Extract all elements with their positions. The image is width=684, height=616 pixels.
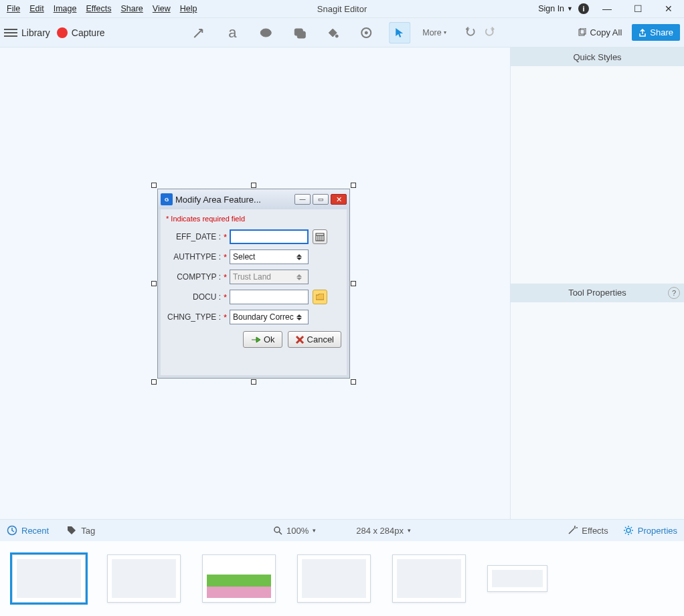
svg-point-16	[626, 528, 630, 532]
text-tool-icon[interactable]: a	[222, 22, 243, 43]
magnifier-icon	[273, 526, 282, 535]
tag-icon	[66, 525, 77, 536]
more-tools-button[interactable]: More▾	[422, 28, 446, 37]
tool-group: a More▾	[188, 22, 495, 43]
recent-button[interactable]: Recent	[7, 525, 49, 536]
captured-dialog-titlebar: G Modify Area Feature... — ▭ ✕	[158, 189, 349, 209]
maximize-button[interactable]: ☐	[625, 1, 651, 17]
menu-help[interactable]: Help	[180, 4, 197, 13]
dialog-maximize-icon: ▭	[313, 194, 329, 205]
svg-point-14	[274, 527, 280, 532]
copy-icon	[578, 28, 587, 37]
thumbnail-1[interactable]	[12, 554, 86, 603]
filmstrip[interactable]	[0, 541, 684, 616]
quick-styles-header[interactable]: Quick Styles	[511, 47, 684, 66]
tool-properties-header[interactable]: Tool Properties ?	[511, 284, 684, 302]
calendar-icon	[313, 229, 327, 244]
thumbnail-6[interactable]	[487, 565, 547, 592]
share-button[interactable]: Share	[632, 24, 680, 41]
captured-dialog: G Modify Area Feature... — ▭ ✕ * Indicat…	[157, 189, 350, 379]
dialog-close-icon: ✕	[331, 194, 347, 205]
undo-icon[interactable]	[465, 25, 477, 40]
tag-button[interactable]: Tag	[66, 525, 95, 536]
hamburger-icon[interactable]	[4, 29, 17, 37]
dropdown-icon	[293, 249, 305, 264]
chng-type-select: Boundary Correct	[230, 310, 309, 324]
help-icon[interactable]: ?	[668, 287, 680, 299]
comptyp-label: COMPTYP :	[166, 272, 221, 282]
svg-rect-2	[297, 31, 305, 38]
shape-tool-icon[interactable]	[288, 22, 310, 43]
menu-view[interactable]: View	[153, 4, 171, 13]
arrow-tool-icon[interactable]	[188, 22, 209, 43]
menu-edit[interactable]: Edit	[29, 4, 44, 13]
library-button[interactable]: Library	[21, 27, 50, 38]
menu-bar: File Edit Image Effects Share View Help	[0, 4, 197, 13]
dialog-title: Modify Area Feature...	[175, 195, 292, 205]
eff-date-input	[230, 229, 309, 244]
wand-icon	[567, 525, 578, 536]
close-window-button[interactable]: ✕	[656, 1, 681, 17]
capture-button[interactable]: Capture	[72, 27, 105, 38]
docu-input	[230, 290, 309, 304]
dialog-minimize-icon: —	[294, 194, 311, 205]
cancel-button: Cancel	[288, 331, 341, 348]
callout-tool-icon[interactable]	[255, 22, 276, 43]
main-area: G Modify Area Feature... — ▭ ✕ * Indicat…	[0, 47, 684, 519]
signin-dropdown[interactable]: Sign In▼	[538, 4, 573, 13]
docu-label: DOCU :	[166, 292, 221, 302]
thumbnail-5[interactable]	[392, 554, 466, 603]
gear-icon	[623, 525, 634, 536]
svg-point-5	[365, 31, 367, 34]
share-icon	[638, 29, 647, 37]
properties-button[interactable]: Properties	[623, 525, 677, 536]
bottom-bar: Recent Tag 100%▾ 284 x 284px▾ Effects Pr…	[0, 519, 684, 541]
folder-icon	[313, 290, 327, 304]
clock-icon	[7, 525, 17, 536]
zoom-control[interactable]: 100%▾	[273, 526, 316, 536]
ok-arrow-icon	[250, 335, 261, 344]
record-icon	[57, 27, 68, 38]
eff-date-label: EFF_DATE :	[166, 232, 221, 241]
side-panel: Quick Styles Tool Properties ?	[510, 47, 684, 519]
dimensions-control[interactable]: 284 x 284px▾	[356, 526, 411, 536]
svg-rect-7	[580, 28, 586, 34]
authtype-select: Select	[230, 249, 309, 264]
svg-point-0	[260, 29, 271, 37]
redo-icon[interactable]	[484, 25, 496, 40]
menu-effects[interactable]: Effects	[86, 4, 111, 13]
cancel-x-icon	[295, 335, 305, 344]
canvas[interactable]: G Modify Area Feature... — ▭ ✕ * Indicat…	[0, 47, 510, 519]
stamp-tool-icon[interactable]	[355, 22, 377, 43]
effects-button[interactable]: Effects	[567, 525, 608, 536]
menu-image[interactable]: Image	[54, 4, 77, 13]
copy-all-button[interactable]: Copy All	[573, 24, 627, 41]
title-bar: File Edit Image Effects Share View Help …	[0, 0, 684, 18]
minimize-button[interactable]: —	[594, 1, 620, 17]
dropdown-icon	[294, 310, 305, 324]
dialog-app-icon: G	[161, 193, 173, 205]
thumbnail-4[interactable]	[297, 554, 371, 603]
fill-tool-icon[interactable]	[322, 22, 343, 43]
ok-button: Ok	[243, 331, 282, 348]
dropdown-icon	[293, 270, 305, 284]
move-tool-icon[interactable]	[389, 22, 410, 43]
required-note: * Indicates required field	[166, 215, 341, 223]
menu-file[interactable]: File	[7, 4, 20, 13]
svg-point-3	[335, 35, 338, 37]
authtype-label: AUTHTYPE :	[166, 252, 221, 262]
toolbar: Library Capture a More▾ Copy All Share	[0, 18, 684, 47]
menu-share[interactable]: Share	[120, 4, 143, 13]
comptyp-select: Trust Land	[230, 270, 309, 284]
svg-line-15	[279, 532, 282, 534]
info-icon[interactable]: i	[578, 3, 589, 14]
app-title: Snagit Editor	[317, 4, 367, 14]
svg-rect-6	[579, 29, 584, 35]
thumbnail-3[interactable]	[202, 554, 276, 603]
thumbnail-2[interactable]	[107, 554, 181, 603]
chng-type-label: CHNG_TYPE :	[166, 312, 221, 322]
selected-capture[interactable]: G Modify Area Feature... — ▭ ✕ * Indicat…	[154, 185, 353, 382]
